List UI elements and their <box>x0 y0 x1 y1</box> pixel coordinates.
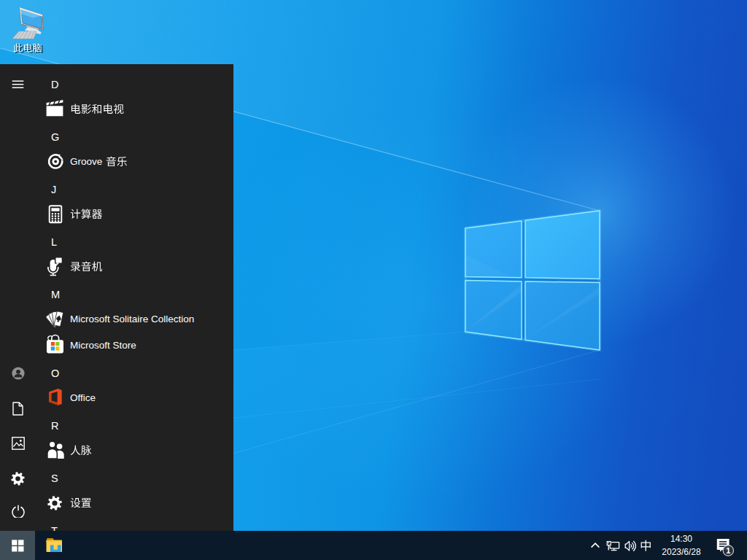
svg-text:1: 1 <box>726 546 730 555</box>
